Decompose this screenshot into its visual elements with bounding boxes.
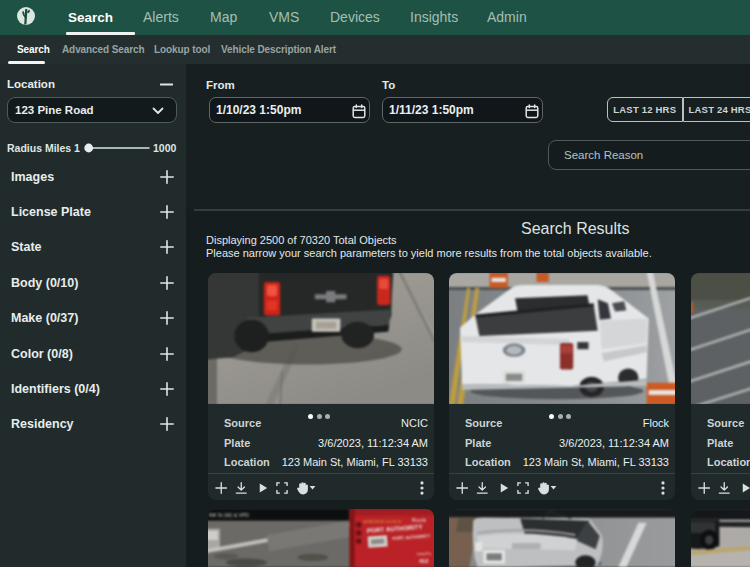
svg-text:04/30/2005 14:26:11: 04/30/2005 14:26:11 <box>363 519 402 524</box>
svg-text:flock: flock <box>412 516 427 523</box>
svg-text:www.Pa: www.Pa <box>417 551 432 556</box>
svg-text:412: 412 <box>419 559 428 565</box>
svg-text:4W St (W) & VPD: 4W St (W) & VPD <box>209 512 250 518</box>
